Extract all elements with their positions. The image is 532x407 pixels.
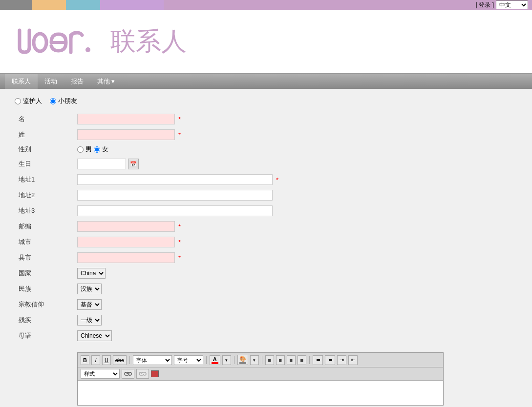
child-radio-label[interactable]: 小朋友: [50, 97, 77, 105]
color-seg-1: [0, 0, 32, 10]
rte-unordered-list-button[interactable]: ≔: [313, 355, 323, 365]
rte-bg-color-btn[interactable]: 🎨: [237, 355, 248, 365]
label-ethnicity: 民族: [15, 281, 73, 297]
field-row-firstname: 名 *: [15, 111, 517, 127]
color-seg-4: [100, 0, 164, 10]
label-disability: 残疾: [15, 312, 73, 328]
link-icon: [124, 370, 132, 377]
top-color-strip: [ 登录 ] 中文 English: [0, 0, 532, 10]
guardian-radio[interactable]: [15, 98, 21, 104]
field-row-birthday: 生日 📅: [15, 156, 517, 172]
rte-outdent-button[interactable]: ⇤: [348, 355, 358, 365]
rte-strikethrough-button[interactable]: abc: [113, 355, 127, 365]
rte-font-color-btn[interactable]: A: [210, 355, 220, 365]
input-cell-lastname: *: [73, 127, 517, 142]
field-row-address2: 地址2: [15, 187, 517, 203]
label-zipcode: 邮编: [15, 219, 73, 234]
input-cell-address2: [73, 187, 517, 203]
field-row-religion: 宗教信仰 基督 其他: [15, 297, 517, 312]
input-firstname[interactable]: [77, 114, 175, 124]
rte-bg-color-swatch: [239, 362, 246, 364]
rte-align-left-button[interactable]: ≡: [265, 355, 274, 365]
rte-indent-button[interactable]: ⇥: [337, 355, 346, 365]
gender-female-radio[interactable]: [94, 146, 100, 153]
select-language[interactable]: Chinese English Other: [77, 330, 112, 341]
input-cell-country: China Other: [73, 265, 517, 281]
logo-area: 联系人: [15, 20, 187, 63]
rte-underline-button[interactable]: U: [102, 355, 111, 365]
label-lastname: 姓: [15, 127, 73, 142]
select-country[interactable]: China Other: [77, 268, 106, 279]
label-gender: 性别: [15, 142, 73, 156]
input-zipcode[interactable]: [77, 221, 175, 232]
login-link[interactable]: [ 登录 ]: [476, 1, 494, 9]
rte-editor-body[interactable]: [78, 381, 443, 405]
input-cell-language: Chinese English Other: [73, 328, 517, 344]
select-religion[interactable]: 基督 其他: [77, 299, 102, 310]
rte-font-select[interactable]: 字体: [133, 355, 172, 365]
gender-male-radio[interactable]: [77, 146, 84, 153]
input-birthday[interactable]: [77, 159, 126, 169]
input-county[interactable]: [77, 252, 175, 263]
label-firstname: 名: [15, 111, 73, 127]
rte-style-select[interactable]: 样式: [81, 369, 120, 379]
rte-align-right-button[interactable]: ≡: [287, 355, 296, 365]
rte-align-justify-button[interactable]: ≡: [298, 355, 306, 365]
calendar-button[interactable]: 📅: [128, 159, 139, 169]
rte-bold-button[interactable]: B: [81, 355, 89, 365]
guardian-radio-label[interactable]: 监护人: [15, 97, 42, 105]
color-seg-3: [66, 0, 100, 10]
input-lastname[interactable]: [77, 129, 175, 140]
nav-item-other[interactable]: 其他 ▾: [90, 74, 122, 89]
rte-align-center-button[interactable]: ≡: [276, 355, 285, 365]
label-address2: 地址2: [15, 187, 73, 203]
rte-italic-button[interactable]: I: [91, 355, 100, 365]
child-radio[interactable]: [50, 98, 56, 104]
rte-color-swatch-small[interactable]: [151, 370, 159, 377]
input-cell-address1: *: [73, 172, 517, 187]
input-city[interactable]: [77, 237, 175, 247]
field-row-notes: B I U abc 字体 字号: [15, 344, 517, 407]
rte-ordered-list-button[interactable]: ≔: [325, 355, 335, 365]
required-star-firstname: *: [178, 116, 181, 123]
svg-point-0: [34, 34, 46, 51]
site-header: 联系人: [0, 10, 532, 73]
input-cell-gender: 男 女: [73, 142, 517, 156]
svg-point-2: [85, 47, 90, 52]
input-address1[interactable]: [77, 174, 273, 185]
input-cell-religion: 基督 其他: [73, 297, 517, 312]
rte-toolbar-row2: 样式: [78, 367, 443, 381]
rte-insert-link-button[interactable]: [122, 369, 134, 379]
gender-male-label[interactable]: 男: [77, 145, 92, 154]
label-county: 县市: [15, 250, 73, 265]
input-address3[interactable]: [77, 205, 273, 216]
nav-item-reports[interactable]: 报告: [64, 74, 90, 89]
label-birthday: 生日: [15, 156, 73, 172]
rte-bg-color-arrow[interactable]: ▾: [250, 355, 259, 365]
site-title: 联系人: [110, 24, 187, 59]
logo: [15, 20, 103, 63]
gender-female-label[interactable]: 女: [94, 145, 108, 154]
guardian-label: 监护人: [23, 97, 42, 105]
select-ethnicity[interactable]: 汉族 其他: [77, 284, 102, 294]
label-address3: 地址3: [15, 203, 73, 219]
required-star-county: *: [178, 254, 181, 262]
label-city: 城市: [15, 234, 73, 250]
language-select[interactable]: 中文 English: [496, 0, 528, 9]
rte-font-color-arrow[interactable]: ▾: [222, 355, 231, 365]
label-country: 国家: [15, 265, 73, 281]
label-religion: 宗教信仰: [15, 297, 73, 312]
nav-item-contacts[interactable]: 联系人: [5, 74, 38, 89]
rte-remove-link-button[interactable]: [136, 369, 149, 379]
field-row-country: 国家 China Other: [15, 265, 517, 281]
input-cell-ethnicity: 汉族 其他: [73, 281, 517, 297]
nav-item-activities[interactable]: 活动: [38, 74, 64, 89]
rte-divider-2: [206, 356, 207, 364]
rte-size-select[interactable]: 字号: [174, 355, 203, 365]
input-address2[interactable]: [77, 190, 273, 201]
rte-divider-3: [234, 356, 234, 364]
required-star-city: *: [178, 239, 181, 246]
select-disability[interactable]: 一级 二级 三级: [77, 315, 102, 326]
rich-text-editor: B I U abc 字体 字号: [77, 352, 444, 406]
input-cell-notes: B I U abc 字体 字号: [73, 344, 517, 407]
